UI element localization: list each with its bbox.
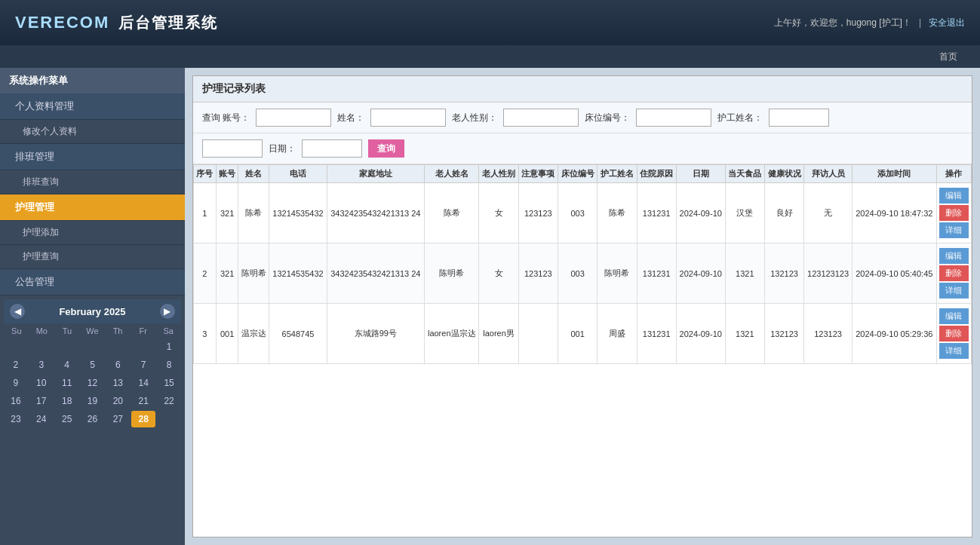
- content-area: 护理记录列表 查询 账号： 姓名： 老人性别： 床位编号： 护工姓名： 日期： …: [185, 68, 980, 545]
- table-header-row: 序号 账号 姓名 电话 家庭地址 老人姓名 老人性别 注意事项 床位编号 护工姓…: [194, 165, 972, 183]
- calendar-day[interactable]: 9: [4, 375, 28, 391]
- calendar-day: [55, 338, 79, 355]
- calendar-day[interactable]: 6: [106, 357, 130, 373]
- content-box: 护理记录列表 查询 账号： 姓名： 老人性别： 床位编号： 护工姓名： 日期： …: [192, 75, 972, 537]
- account-input[interactable]: [256, 109, 331, 127]
- date-start-input[interactable]: [202, 139, 263, 158]
- button-edit[interactable]: 编辑: [939, 248, 969, 264]
- name-label: 姓名：: [337, 112, 364, 124]
- button-delete[interactable]: 删除: [939, 265, 969, 281]
- calendar-day[interactable]: 14: [131, 375, 155, 391]
- th-notes: 注意事项: [518, 165, 558, 183]
- table-cell: 132123: [764, 243, 803, 304]
- calendar-day[interactable]: 11: [55, 375, 79, 391]
- calendar-day[interactable]: 13: [106, 375, 130, 391]
- calendar-day[interactable]: 25: [55, 411, 79, 427]
- table-row: 1321陈希1321453543234324235432421313 24陈希女…: [194, 183, 972, 243]
- sidebar-sub-schedule-query[interactable]: 排班查询: [0, 170, 185, 194]
- calendar-day: [81, 338, 105, 355]
- table-cell: 女: [479, 183, 518, 243]
- button-detail[interactable]: 详细: [939, 283, 969, 299]
- table-row: 2321陈明希1321453543234324235432421313 24陈明…: [194, 243, 972, 304]
- sidebar-item-nursing[interactable]: 护理管理: [0, 194, 185, 221]
- calendar-day[interactable]: 8: [157, 357, 181, 373]
- calendar-day[interactable]: 10: [29, 375, 54, 391]
- calendar-day[interactable]: 27: [106, 411, 130, 427]
- calendar-day[interactable]: 15: [157, 375, 181, 391]
- th-elder-gender: 老人性别: [479, 165, 518, 183]
- button-delete[interactable]: 删除: [939, 326, 969, 341]
- nurse-input[interactable]: [769, 109, 829, 127]
- sidebar-item-personal[interactable]: 个人资料管理: [0, 93, 185, 120]
- sidebar: 系统操作菜单 个人资料管理 修改个人资料 排班管理 排班查询 护理管理 护理添加…: [0, 68, 185, 545]
- table-cell: 汉堡: [725, 183, 764, 243]
- search-bar: 查询 账号： 姓名： 老人性别： 床位编号： 护工姓名：: [193, 103, 972, 133]
- table-cell: 陈明希: [425, 243, 479, 304]
- sidebar-sub-edit-profile[interactable]: 修改个人资料: [0, 120, 185, 144]
- calendar-day[interactable]: 23: [4, 411, 28, 427]
- calendar: ◀ February 2025 ▶ Su Mo Tu We Th Fr Sa 1…: [0, 295, 185, 431]
- records-table: 序号 账号 姓名 电话 家庭地址 老人姓名 老人性别 注意事项 床位编号 护工姓…: [193, 164, 972, 364]
- table-cell: 陈希: [238, 183, 269, 243]
- calendar-day[interactable]: 22: [157, 393, 181, 409]
- button-detail[interactable]: 详细: [939, 222, 969, 238]
- sidebar-item-schedule[interactable]: 排班管理: [0, 144, 185, 170]
- calendar-day[interactable]: 4: [55, 357, 79, 373]
- calendar-day[interactable]: 21: [131, 393, 155, 409]
- table-cell: 001: [216, 304, 238, 364]
- calendar-day[interactable]: 26: [81, 411, 105, 427]
- calendar-day[interactable]: 19: [81, 393, 105, 409]
- calendar-day[interactable]: 3: [29, 357, 54, 373]
- th-elder-name: 老人姓名: [425, 165, 479, 183]
- calendar-day[interactable]: 2: [4, 357, 28, 373]
- button-edit[interactable]: 编辑: [939, 308, 969, 324]
- header-nav: 首页: [0, 45, 980, 68]
- calendar-day: [106, 338, 130, 355]
- logo-subtitle: 后台管理系统: [118, 14, 218, 31]
- button-detail[interactable]: 详细: [939, 343, 969, 359]
- nurse-label: 护工姓名：: [717, 112, 763, 124]
- button-edit[interactable]: 编辑: [939, 188, 969, 204]
- sidebar-section-title: 系统操作菜单: [0, 68, 185, 93]
- calendar-next[interactable]: ▶: [160, 304, 175, 319]
- header-right: 上午好，欢迎您，hugong [护工]！ | 安全退出: [774, 17, 965, 29]
- calendar-day[interactable]: 20: [106, 393, 130, 409]
- table-cell: 2: [194, 243, 217, 304]
- th-reason: 住院原因: [637, 165, 676, 183]
- table-cell: 123123: [804, 304, 853, 364]
- table-cell: 321: [216, 243, 238, 304]
- nav-home[interactable]: 首页: [932, 51, 965, 63]
- sidebar-item-announcement[interactable]: 公告管理: [0, 269, 185, 295]
- calendar-day[interactable]: 24: [29, 411, 54, 427]
- search-button[interactable]: 查询: [368, 139, 404, 158]
- gender-input[interactable]: [503, 109, 579, 127]
- date-end-input[interactable]: [302, 139, 362, 158]
- th-visitor: 拜访人员: [804, 165, 853, 183]
- calendar-day[interactable]: 1: [157, 338, 181, 355]
- calendar-day[interactable]: 17: [29, 393, 54, 409]
- calendar-prev[interactable]: ◀: [10, 304, 25, 319]
- logout-link[interactable]: 安全退出: [929, 17, 965, 29]
- sidebar-sub-nursing-add[interactable]: 护理添加: [0, 221, 185, 245]
- th-account: 账号: [216, 165, 238, 183]
- name-input[interactable]: [370, 109, 446, 127]
- calendar-day[interactable]: 7: [131, 357, 155, 373]
- table-cell: 2024-09-10: [676, 243, 725, 304]
- table-cell: 陈希: [598, 183, 637, 243]
- th-seq: 序号: [194, 165, 217, 183]
- bed-input[interactable]: [636, 109, 711, 127]
- calendar-day[interactable]: 28: [131, 411, 155, 427]
- calendar-day[interactable]: 16: [4, 393, 28, 409]
- table-cell: 3: [194, 304, 217, 364]
- calendar-day[interactable]: 12: [81, 375, 105, 391]
- calendar-day[interactable]: 18: [55, 393, 79, 409]
- table-cell: 1321: [725, 243, 764, 304]
- table-cell: 13214535432: [269, 243, 327, 304]
- account-label: 查询 账号：: [202, 112, 250, 124]
- button-delete[interactable]: 删除: [939, 205, 969, 221]
- table-cell: 1321: [725, 304, 764, 364]
- main-container: 系统操作菜单 个人资料管理 修改个人资料 排班管理 排班查询 护理管理 护理添加…: [0, 68, 980, 545]
- th-phone: 电话: [269, 165, 327, 183]
- calendar-day[interactable]: 5: [81, 357, 105, 373]
- sidebar-sub-nursing-query[interactable]: 护理查询: [0, 245, 185, 269]
